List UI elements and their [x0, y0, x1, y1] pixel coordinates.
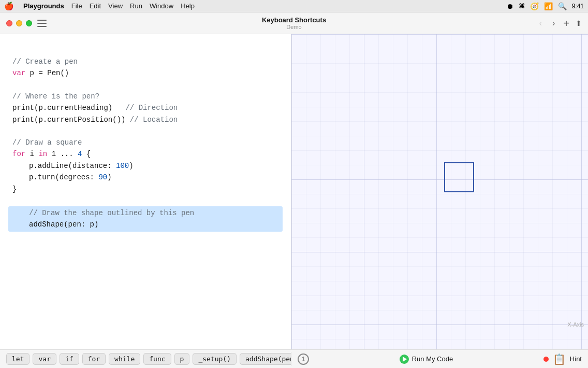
code-line-brace: } — [12, 183, 278, 195]
canvas-area: X-Axis — [291, 34, 588, 349]
search-menubar-icon[interactable]: 🔍 — [558, 2, 567, 10]
window-title: Keyboard Shortcuts — [262, 16, 326, 24]
canvas-info-button[interactable]: 1 — [298, 353, 309, 365]
record-icon: ⏺ — [506, 2, 513, 10]
keyword-while[interactable]: while — [109, 353, 140, 365]
hint-area: 📋 Hint — [543, 353, 582, 365]
minimize-button[interactable] — [16, 20, 22, 26]
menu-file[interactable]: File — [71, 2, 82, 10]
keyword-var[interactable]: var — [33, 353, 56, 365]
traffic-lights — [6, 20, 32, 26]
bottom-toolbar: let var if for while func p _setup() add… — [0, 349, 588, 368]
safari-icon: 🧭 — [530, 2, 539, 10]
keyword-func[interactable]: func — [143, 353, 171, 365]
keyword-p[interactable]: p — [174, 353, 190, 365]
svg-rect-2 — [291, 34, 588, 349]
keyword-for[interactable]: for — [82, 353, 106, 365]
code-line-print1: print(p.currentHeading) // Direction — [12, 102, 278, 114]
sidebar-toggle[interactable] — [37, 20, 47, 27]
main-container: // Create a pen var p = Pen() // Where i… — [0, 34, 588, 349]
keyword-setup[interactable]: _setup() — [193, 353, 237, 365]
code-line-comment-3: // Draw a square — [12, 137, 278, 148]
add-button[interactable]: + — [563, 18, 569, 29]
cmd-icon: ⌘ — [519, 3, 525, 10]
code-line-for: for i in 1 ... 4 { — [12, 148, 278, 160]
run-button[interactable]: Run My Code — [400, 355, 453, 364]
app-name[interactable]: Playgrounds — [23, 2, 64, 10]
hint-dot — [543, 357, 549, 362]
menu-view[interactable]: View — [108, 2, 123, 10]
keyword-if[interactable]: if — [60, 353, 79, 365]
code-line-addshape: addShape(pen: p) — [12, 219, 278, 230]
keyword-bar: let var if for while func p _setup() add… — [0, 352, 291, 366]
menu-window[interactable]: Window — [150, 2, 173, 10]
menu-run[interactable]: Run — [130, 2, 142, 10]
highlighted-block: // Draw the shape outlined by this pen a… — [8, 206, 283, 232]
forward-button[interactable]: › — [550, 18, 557, 29]
hint-icon: 📋 — [553, 353, 566, 365]
apple-menu[interactable]: 🍎 — [4, 2, 14, 11]
menu-edit[interactable]: Edit — [90, 2, 101, 10]
menubar-right: ⏺ ⌘ 🧭 📶 🔍 9:41 — [506, 2, 584, 10]
titlebar: Keyboard Shortcuts Demo ‹ › + ⬆ — [0, 12, 588, 34]
code-line-comment-4: // Draw the shape outlined by this pen — [12, 207, 278, 219]
canvas-controls: 1 Run My Code 📋 Hint — [291, 353, 588, 365]
run-label: Run My Code — [412, 355, 453, 363]
hint-button[interactable]: Hint — [570, 355, 582, 363]
keyword-let[interactable]: let — [6, 353, 30, 365]
share-button[interactable]: ⬆ — [576, 19, 582, 27]
menubar: 🍎 Playgrounds File Edit View Run Window … — [0, 0, 588, 12]
back-button[interactable]: ‹ — [537, 18, 544, 29]
code-line-var: var p = Pen() — [12, 67, 278, 79]
grid-svg — [291, 34, 588, 349]
window-subtitle: Demo — [262, 24, 326, 30]
time-display: 9:41 — [572, 3, 584, 10]
code-editor[interactable]: // Create a pen var p = Pen() // Where i… — [0, 34, 291, 349]
menu-help[interactable]: Help — [181, 2, 195, 10]
code-line-print2: print(p.currentPosition()) // Location — [12, 114, 278, 125]
wifi-icon: 📶 — [544, 2, 553, 10]
code-line-comment-1: // Create a pen — [12, 56, 278, 67]
titlebar-center: Keyboard Shortcuts Demo — [262, 16, 326, 30]
maximize-button[interactable] — [26, 20, 32, 26]
titlebar-right: ‹ › + ⬆ — [537, 18, 582, 29]
keyword-addshape[interactable]: addShape(pen: Pe... — [240, 353, 291, 365]
close-button[interactable] — [6, 20, 12, 26]
play-icon — [400, 355, 409, 364]
code-line-addline: p.addLine(distance: 100) — [12, 160, 278, 172]
x-axis-label: X-Axis — [567, 321, 584, 328]
canvas-square — [444, 162, 474, 192]
code-line-comment-2: // Where is the pen? — [12, 91, 278, 102]
code-line-turn: p.turn(degrees: 90) — [12, 172, 278, 183]
